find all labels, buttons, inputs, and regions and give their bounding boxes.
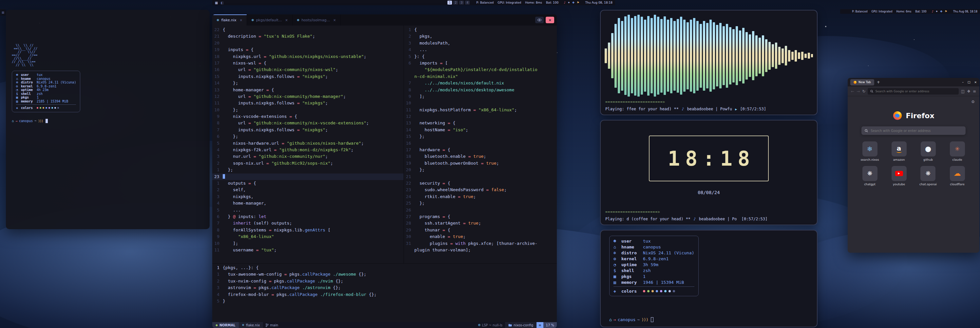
code-line[interactable]: 11 inputs.nixpkgs.follows = "nixpkgs"; — [212, 100, 404, 106]
shortcut-cloudflare[interactable]: ☁cloudflare — [950, 166, 965, 186]
code-line[interactable]: 2 pkgs, — [404, 33, 557, 40]
code-line[interactable]: 25 }; — [404, 200, 557, 206]
code-line[interactable]: 20 }; — [404, 166, 557, 173]
newtab-search-bar[interactable] — [861, 126, 966, 135]
code-line[interactable]: "${modulesPath}/installer/cd-dvd/install… — [404, 67, 557, 73]
code-line[interactable]: 31 plugins = with pkgs.xfce; [thunar-arc… — [404, 240, 557, 247]
shortcut-youtube[interactable]: ▶youtube — [892, 166, 907, 186]
browser-tab-new-tab[interactable]: New Tab — [850, 79, 874, 86]
bar-clock[interactable]: Thu Aug 08, 18:18 — [585, 1, 612, 4]
workspace-button-2[interactable]: 2 — [453, 1, 458, 5]
volume-icon[interactable]: ♪ — [932, 10, 934, 13]
code-line[interactable]: 1 tux-awesome-wm-config = pkgs.callPacka… — [212, 271, 557, 277]
code-line[interactable]: 6 }; — [212, 133, 404, 140]
volume-icon[interactable]: ♪ — [564, 1, 566, 4]
code-line[interactable]: 10 — [404, 100, 557, 106]
new-tab-button[interactable]: + — [877, 80, 880, 84]
code-line[interactable]: 15 }; — [404, 133, 557, 140]
url-bar[interactable] — [868, 88, 959, 95]
code-line[interactable]: 1{pkgs, ...}: { — [212, 265, 557, 271]
code-line[interactable]: n-cd-minimal.nix" — [404, 73, 557, 80]
tab-close-icon[interactable]: × — [285, 18, 288, 22]
notification-icon[interactable]: ✦ — [935, 10, 938, 13]
window-close-button[interactable]: × — [546, 17, 554, 23]
code-line[interactable]: 24 rtkit.enable = true; — [404, 193, 557, 200]
tab-close-icon[interactable]: × — [240, 18, 242, 22]
code-line[interactable]: 4 ... — [404, 46, 557, 53]
keyboard-layout-icon[interactable]: ⚑ — [577, 1, 579, 4]
code-line[interactable]: 4 firefox-mod-blur = pkgs.callPackage ./… — [212, 292, 557, 298]
code-line[interactable]: 10 ]; — [212, 240, 404, 247]
code-line[interactable]: 20 — [212, 40, 404, 46]
shortcut-github[interactable]: ●github — [921, 141, 936, 162]
code-line[interactable]: 23 — [212, 173, 404, 180]
code-line[interactable]: 21 description = "tux's NixOS Flake"; — [212, 33, 404, 40]
code-line[interactable]: 6 imports = [ — [404, 60, 557, 67]
code-line[interactable]: 9 nix-vscode-extensions = { — [212, 113, 404, 120]
code-line[interactable]: 15 inputs.nixpkgs.follows = "nixpkgs"; — [212, 73, 404, 80]
code-line[interactable]: 13 networking = { — [404, 120, 557, 126]
code-line[interactable]: 30 enable = true; — [404, 233, 557, 240]
code-line[interactable]: 16 — [404, 140, 557, 147]
code-line[interactable]: 14 hostName = "iso"; — [404, 127, 557, 133]
extensions-icon[interactable]: ❖ — [967, 89, 970, 93]
bluetooth-icon[interactable]: ❖ — [572, 1, 575, 4]
workspace-button-1[interactable]: 1 — [447, 1, 452, 5]
tab-close-icon[interactable]: × — [333, 18, 336, 22]
code-line[interactable]: 7 inherit (self) outputs; — [212, 220, 404, 227]
shell-prompt[interactable]: ⌂→canopus~))) — [12, 119, 204, 123]
editor-tab-hosts-isoImag-[interactable]: ❄hosts/isoImag...× — [293, 14, 340, 25]
code-line[interactable]: 3 modulesPath, — [404, 40, 557, 46]
newtab-search-input[interactable] — [870, 129, 963, 133]
back-button[interactable]: ← — [851, 89, 854, 93]
launcher-icon[interactable]: ▦ — [215, 1, 218, 5]
code-line[interactable]: 8 url = "github:nix-community/nix-vscode… — [212, 120, 404, 126]
code-line[interactable]: 21 — [404, 173, 557, 180]
code-line[interactable]: 28 ssh.startAgent = true; — [404, 220, 557, 227]
shortcut-claude[interactable]: ✳claude — [950, 141, 965, 162]
code-line[interactable]: 23 sudo.wheelNeedsPassword = false; — [404, 187, 557, 193]
code-line[interactable]: 9 ]; — [404, 93, 557, 100]
buffer-pick-button[interactable] — [535, 17, 544, 23]
code-line[interactable]: 2 tux-nvim-config = pkgs.callPackage ./n… — [212, 278, 557, 284]
code-line[interactable]: 26 — [404, 207, 557, 214]
code-line[interactable]: 19 inputs = { — [212, 46, 404, 53]
reload-button[interactable]: ↻ — [862, 89, 865, 93]
code-line[interactable]: 2 self, — [212, 187, 404, 193]
notification-icon[interactable]: ✦ — [568, 1, 570, 4]
code-line[interactable]: 1 outputs = { — [212, 180, 404, 187]
code-line[interactable]: 18 bluetooth.enable = true; — [404, 153, 557, 160]
bar-clock[interactable]: Thu Aug 08, 18:18 — [953, 10, 977, 13]
code-line[interactable]: 5 ... — [212, 207, 404, 214]
code-line[interactable]: 3 nixpkgs, — [212, 193, 404, 200]
code-line[interactable]: 10 }; — [212, 107, 404, 113]
minimize-button[interactable]: – — [962, 81, 964, 84]
code-line[interactable]: 22 security = { — [404, 180, 557, 187]
code-line[interactable]: 12 — [404, 113, 557, 120]
code-line[interactable]: 1 }; — [212, 166, 404, 173]
shortcut-chat-openai[interactable]: ❋chat.openai — [920, 166, 937, 186]
editor-tab-pkgs-default-[interactable]: ❄pkgs/default...× — [247, 14, 293, 25]
code-line[interactable]: 19 bluetooth.powerOnBoot = true; — [404, 160, 557, 166]
code-line[interactable]: 5}: { — [404, 53, 557, 60]
code-line[interactable]: 16 url = "github:nix-community/nixos-wsl… — [212, 67, 404, 73]
code-line[interactable]: 18 nixpkgs.url = "github:nixos/nixpkgs/n… — [212, 53, 404, 60]
code-line[interactable]: 29 thunar = { — [404, 227, 557, 233]
code-line[interactable]: 1{ — [404, 27, 557, 33]
menu-icon[interactable]: ≡ — [973, 89, 976, 93]
shortcut-amazon[interactable]: aamazon — [892, 141, 907, 162]
code-line[interactable]: 3 astronvim = pkgs.callPackage ./astronv… — [212, 284, 557, 291]
shortcut-chatgpt[interactable]: ❋chatgpt — [862, 166, 878, 186]
close-button[interactable]: × — [974, 81, 977, 84]
layout-icon[interactable]: ◧ — [220, 1, 223, 5]
code-line[interactable]: 11 nixpkgs.hostPlatform = "x86_64-linux"… — [404, 107, 557, 113]
code-line[interactable]: 13 home-manager = { — [212, 87, 404, 93]
bluetooth-icon[interactable]: ❖ — [940, 10, 943, 13]
editor-tab-flake-nix[interactable]: ❄flake.nix× — [212, 14, 247, 25]
editor-pane-pkgs-default[interactable]: 1{pkgs, ...}: {1 tux-awesome-wm-config =… — [212, 263, 557, 322]
code-line[interactable]: 4 nixpkgs-f2k.url = "github:moni-dz/nixp… — [212, 147, 404, 153]
code-line[interactable]: 8 ../../modules/nixos/desktop/awesome — [404, 87, 557, 93]
workspace-button-4[interactable]: 4 — [465, 1, 470, 5]
editor-pane-flake-nix[interactable]: 22{21 description = "tux's NixOS Flake";… — [212, 25, 404, 263]
code-line[interactable]: 5 nixos-hardware.url = "github:nixos/nix… — [212, 140, 404, 147]
